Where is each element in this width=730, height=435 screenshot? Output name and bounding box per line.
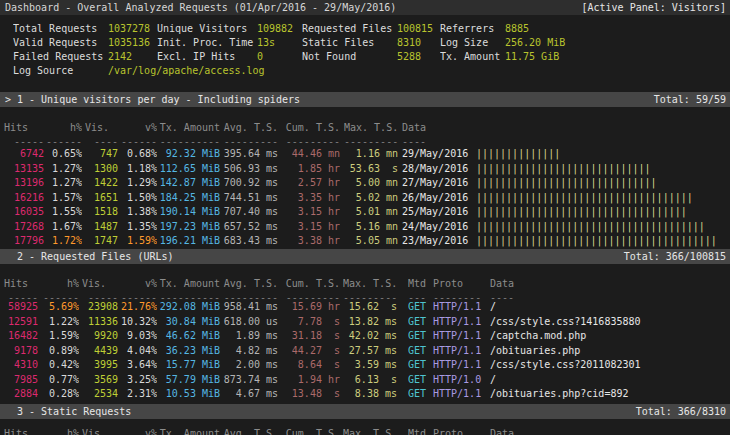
cell-avg: 707.40 ms <box>222 205 278 219</box>
cell-tx: 292.08 MiB <box>158 300 220 314</box>
cell-v_pct: 3.64% <box>120 358 157 372</box>
table-row[interactable]: 172681.67%14871.35%197.23 MiB657.52 ms3.… <box>0 220 730 234</box>
table-row[interactable]: 67420.65%7470.68%92.32 MiB395.64 ms44.46… <box>0 147 730 161</box>
cell-cum: 2.57 hr <box>282 176 340 190</box>
table-row[interactable]: 131961.27%14221.29%142.87 MiB700.92 ms2.… <box>0 176 730 190</box>
cell-v_pct: 3.25% <box>120 373 157 387</box>
column-header-max: Max. T.S. <box>343 427 397 435</box>
column-header-avg: Avg. T.S. <box>222 277 278 291</box>
column-header-h_pct: h% <box>42 427 79 435</box>
cell-v_pct: 21.76% <box>120 300 157 314</box>
page-title: Dashboard - Overall Analyzed Requests (0… <box>5 0 396 15</box>
cell-proto: HTTP/1.1 <box>433 315 488 329</box>
cell-cum: 15.69 hr <box>282 300 340 314</box>
cell-cum: 3.38 hr <box>282 234 340 248</box>
table-row[interactable]: 162161.57%16511.50%184.25 MiB744.51 ms3.… <box>0 191 730 205</box>
table-row[interactable]: 79850.77%35693.25%57.79 MiB873.74 ms1.94… <box>0 373 730 387</box>
table-row[interactable]: 160351.55%15181.38%190.14 MiB707.40 ms3.… <box>0 205 730 219</box>
panel-3-total: Total: 366/8310 <box>636 404 726 419</box>
table-row[interactable]: 125911.22%1133610.32%30.84 MiB618.00 us7… <box>0 315 730 329</box>
column-header-vis: Vis. <box>85 121 118 135</box>
table-row[interactable]: 131351.27%13001.18%112.65 MiB506.93 ms1.… <box>0 162 730 176</box>
panel-3-title: 3 - Static Requests <box>17 404 131 419</box>
table-row[interactable]: 177961.72%17471.59%196.21 MiB683.43 ms3.… <box>0 234 730 248</box>
cell-data: 25/May/2016 <box>402 205 472 219</box>
cell-avg: 657.52 ms <box>222 220 278 234</box>
cell-v_pct: 1.18% <box>120 162 157 176</box>
cell-avg: 618.00 us <box>222 315 278 329</box>
cell-cum: 3.35 hr <box>282 191 340 205</box>
cell-cum: 1.94 hr <box>282 373 340 387</box>
cell-data: 27/May/2016 <box>402 176 472 190</box>
cell-v_pct: 1.50% <box>120 191 157 205</box>
cell-h_pct: 1.67% <box>46 220 82 234</box>
cell-v_pct: 1.35% <box>120 220 157 234</box>
cell-hits: 58925 <box>4 300 38 314</box>
panel-3-header[interactable]: 3 - Static Requests Total: 366/8310 <box>0 404 730 419</box>
cell-hits: 16035 <box>4 205 44 219</box>
cell-max: 5.02 mn <box>344 191 398 205</box>
panel-2-header[interactable]: 2 - Requested Files (URLs) Total: 366/10… <box>0 249 730 264</box>
column-header-cum: Cum. T.S. <box>282 427 340 435</box>
cell-hits: 16216 <box>4 191 44 205</box>
cell-max: 5.00 mn <box>344 176 398 190</box>
cell-h_pct: 0.65% <box>46 147 82 161</box>
cell-vis: 1487 <box>85 220 118 234</box>
cell-vis: 9920 <box>82 329 118 343</box>
panel-2-title: 2 - Requested Files (URLs) <box>17 249 174 264</box>
column-header-h_pct: h% <box>46 121 82 135</box>
cell-proto: HTTP/1.1 <box>433 300 488 314</box>
cell-url: /css/style.css?2011082301 <box>490 358 728 372</box>
cell-hits: 7985 <box>4 373 38 387</box>
cell-url: /obituaries.php <box>490 344 728 358</box>
cell-vis: 2534 <box>82 387 118 401</box>
table-row[interactable]: 589255.69%2390821.76%292.08 MiB958.41 ms… <box>0 300 730 314</box>
cell-v_pct: 1.59% <box>120 234 157 248</box>
column-header-vis: Vis. <box>82 427 118 435</box>
cell-avg: 395.64 ms <box>222 147 278 161</box>
cell-h_pct: 0.28% <box>42 387 79 401</box>
cell-h_pct: 1.55% <box>46 205 82 219</box>
column-header-row: Hitsh%Vis.v%Tx. AmountAvg. T.S.Cum. T.S.… <box>0 277 730 291</box>
table-row[interactable]: 43100.42%39953.64%15.77 MiB2.00 ms8.64 s… <box>0 358 730 372</box>
table-row[interactable]: 28840.28%25342.31%10.53 MiB4.67 ms13.48 … <box>0 387 730 401</box>
summary-row: Valid Requests1035136Init. Proc. Time13s… <box>0 36 730 50</box>
cell-data: 26/May/2016 <box>402 191 472 205</box>
cell-hits: 9178 <box>4 344 38 358</box>
cell-mtd: GET <box>408 358 433 372</box>
cell-vis: 1651 <box>85 191 118 205</box>
column-header-cum: Cum. T.S. <box>282 121 340 135</box>
cell-max: 13.82 ms <box>343 315 397 329</box>
cell-vis: 747 <box>85 147 118 161</box>
cell-cum: 31.18 s <box>282 329 340 343</box>
cell-avg: 683.43 ms <box>222 234 278 248</box>
cell-tx: 36.23 MiB <box>158 344 220 358</box>
cell-tx: 10.53 MiB <box>158 387 220 401</box>
cell-vis: 11336 <box>82 315 118 329</box>
summary-value: 8885 <box>505 22 730 36</box>
cell-h_pct: 1.27% <box>46 176 82 190</box>
cell-cum: 44.27 s <box>282 344 340 358</box>
cell-tx: 142.87 MiB <box>158 176 220 190</box>
column-header-v_pct: v% <box>120 277 157 291</box>
summary-value: /var/log/apache/access.log <box>108 64 333 78</box>
table-row[interactable]: 164821.59%99209.03%46.62 MiB1.89 ms31.18… <box>0 329 730 343</box>
summary-row: Total Requests1037278Unique Visitors1098… <box>0 22 730 36</box>
column-header-h_pct: h% <box>42 277 79 291</box>
cell-vis: 1518 <box>85 205 118 219</box>
cell-h_pct: 5.69% <box>42 300 79 314</box>
cell-hits: 17796 <box>4 234 44 248</box>
cell-vis: 3569 <box>82 373 118 387</box>
cell-mtd: GET <box>408 329 433 343</box>
table-row[interactable]: 91780.89%44394.04%36.23 MiB4.82 ms44.27 … <box>0 344 730 358</box>
cell-mtd: GET <box>408 315 433 329</box>
goaccess-dashboard: Dashboard - Overall Analyzed Requests (0… <box>0 0 730 435</box>
cell-max: 5.01 mn <box>344 205 398 219</box>
cell-proto: HTTP/1.0 <box>433 373 488 387</box>
panel-1-header[interactable]: > 1 - Unique visitors per day - Includin… <box>0 92 730 107</box>
cell-max: 27.57 ms <box>343 344 397 358</box>
cell-v_pct: 0.68% <box>120 147 157 161</box>
cell-v_pct: 1.38% <box>120 205 157 219</box>
summary-value: 11.75 GiB <box>505 50 730 64</box>
cell-bars: |||||||||||||||||||||||||||||| <box>476 176 728 190</box>
